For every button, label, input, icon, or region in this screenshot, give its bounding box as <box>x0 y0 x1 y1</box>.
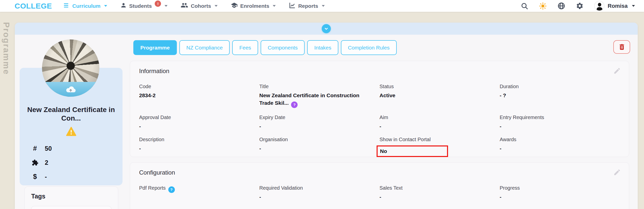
tab-nz-compliance[interactable]: NZ Compliance <box>179 40 230 55</box>
chevron-down-icon <box>215 5 218 7</box>
trash-icon <box>618 43 626 51</box>
user-avatar <box>594 1 605 11</box>
user-menu[interactable]: Romisa <box>594 1 635 11</box>
stat-code-count-value: 50 <box>45 145 52 152</box>
top-navbar: COLLEGE Curriculum Students ! <box>0 0 644 12</box>
nav-label-curriculum: Curriculum <box>72 3 101 9</box>
theme-sun-icon[interactable] <box>539 2 547 10</box>
tabs-row: Programme NZ Compliance Fees Components … <box>133 40 397 55</box>
tab-programme[interactable]: Programme <box>133 40 177 55</box>
nav-label-enrolments: Enrolments <box>240 3 269 9</box>
screen: COLLEGE Curriculum Students ! <box>0 0 644 209</box>
person-icon <box>120 2 127 10</box>
puzzle-icon <box>31 159 39 166</box>
field-awards: Awards - <box>500 137 620 157</box>
programme-stats: # 50 2 $ - <box>31 145 123 181</box>
programme-image-upload[interactable] <box>42 39 99 97</box>
title-help-badge[interactable]: ? <box>291 101 298 108</box>
field-pdf-reports: Pdf Reports? <box>139 185 259 201</box>
chevron-down-icon <box>104 5 107 7</box>
edit-configuration-icon[interactable] <box>613 169 621 177</box>
pdf-reports-help-badge[interactable]: ? <box>168 186 175 193</box>
annotation-highlight-box: No <box>377 145 448 157</box>
chevron-down-icon <box>273 5 276 7</box>
tab-intakes[interactable]: Intakes <box>307 40 338 55</box>
chevron-down-icon <box>632 5 635 7</box>
field-show-in-contact-portal: Show in Contact Portal No <box>380 137 500 157</box>
field-status: Status Active <box>380 84 500 108</box>
chevron-down-icon <box>165 5 168 7</box>
nav-menu: Curriculum Students ! Cohorts <box>63 2 325 10</box>
information-section: Information Code 2834-2 Title New Zealan… <box>130 61 629 157</box>
students-alert-badge: ! <box>155 1 161 7</box>
field-code: Code 2834-2 <box>139 84 259 108</box>
warning-icon <box>20 127 123 137</box>
information-fields: Code 2834-2 Title New Zealand Certificat… <box>139 84 620 157</box>
collapse-header-button[interactable] <box>322 24 331 33</box>
chevron-down-icon <box>322 5 325 7</box>
tab-completion-rules[interactable]: Completion Rules <box>341 40 397 55</box>
nav-label-reports: Reports <box>298 3 318 9</box>
field-progress: Progress - <box>500 185 620 201</box>
nav-label-students: Students <box>129 3 152 9</box>
stat-components-count: 2 <box>31 159 123 166</box>
field-aim: Aim - <box>380 115 500 130</box>
field-organisation: Organisation - <box>259 137 380 157</box>
configuration-fields: Pdf Reports? Required Validation - Sales… <box>139 185 620 201</box>
information-title: Information <box>139 68 620 75</box>
field-expiry-date: Expiry Date - <box>259 115 380 130</box>
programme-card: New Zealand Certificate in Con... # 50 2… <box>15 23 638 209</box>
stat-components-count-value: 2 <box>45 159 48 166</box>
programme-title: New Zealand Certificate in Con... <box>24 106 118 123</box>
field-description: Description - <box>139 137 259 157</box>
app-logo[interactable]: COLLEGE <box>15 2 52 10</box>
page-vertical-title: Programme <box>2 22 11 75</box>
edit-information-icon[interactable] <box>613 67 621 76</box>
line-chart-icon <box>289 2 296 10</box>
user-name: Romisa <box>608 3 628 9</box>
nav-label-cohorts: Cohorts <box>191 3 211 9</box>
hamburger-icon <box>63 2 70 10</box>
dollar-icon: $ <box>31 173 39 181</box>
delete-programme-button[interactable] <box>613 40 630 54</box>
tab-fees[interactable]: Fees <box>232 40 258 55</box>
configuration-title: Configuration <box>139 169 620 176</box>
search-icon[interactable] <box>521 2 528 10</box>
configuration-section: Configuration Pdf Reports? Required Vali… <box>130 162 629 209</box>
tags-input[interactable] <box>31 206 111 209</box>
nav-item-reports[interactable]: Reports <box>289 2 325 10</box>
gear-icon[interactable] <box>576 2 584 10</box>
tags-card: Tags <box>24 186 118 209</box>
hash-icon: # <box>31 145 39 152</box>
stat-fees-value: - <box>45 173 47 180</box>
field-title: Title New Zealand Certificate in Constru… <box>259 84 380 108</box>
cloud-upload-icon <box>65 85 76 93</box>
field-required-validation: Required Validation - <box>259 185 380 201</box>
tags-title: Tags <box>31 193 111 200</box>
nav-item-enrolments[interactable]: Enrolments <box>231 2 276 10</box>
stat-fees: $ - <box>31 173 123 181</box>
field-duration: Duration - ? <box>500 84 620 108</box>
card-header-strip <box>15 23 638 35</box>
nav-item-curriculum[interactable]: Curriculum <box>63 2 107 10</box>
navbar-right: Romisa <box>521 1 635 11</box>
field-approval-date: Approval Date - <box>139 115 259 130</box>
graduation-cap-icon <box>231 2 238 10</box>
field-entry-requirements: Entry Requirements - <box>500 115 620 130</box>
people-group-icon <box>181 2 188 10</box>
stat-code-count: # 50 <box>31 145 123 152</box>
globe-icon[interactable] <box>557 2 565 10</box>
nav-item-students[interactable]: Students ! <box>120 2 168 10</box>
field-sales-text: Sales Text - <box>380 185 500 201</box>
tab-components[interactable]: Components <box>261 40 305 55</box>
nav-item-cohorts[interactable]: Cohorts <box>181 2 218 10</box>
